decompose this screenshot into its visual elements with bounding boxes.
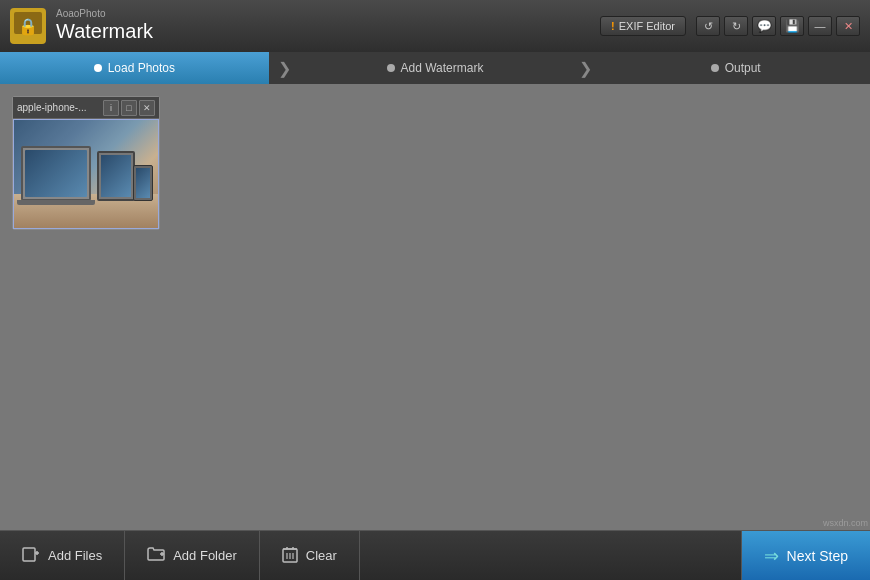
- next-step-label: Next Step: [787, 548, 848, 564]
- photo-thumbnail[interactable]: [13, 119, 159, 229]
- app-logo: [10, 8, 46, 44]
- minimize-button[interactable]: —: [808, 16, 832, 36]
- next-step-button[interactable]: ⇒ Next Step: [741, 531, 870, 580]
- app-title-group: AoaoPhoto Watermark: [56, 9, 153, 43]
- add-files-label: Add Files: [48, 548, 102, 563]
- title-bar-controls: ! EXIF Editor ↺ ↻ 💬 💾 — ✕: [600, 16, 860, 36]
- main-content: apple-iphone-... i □ ✕ wsxdn.com: [0, 84, 870, 530]
- photo-filename: apple-iphone-...: [17, 102, 99, 113]
- exif-editor-button[interactable]: ! EXIF Editor: [600, 16, 686, 36]
- photo-close-button[interactable]: ✕: [139, 100, 155, 116]
- step-load-label: Load Photos: [108, 61, 175, 75]
- redo-button[interactable]: ↻: [724, 16, 748, 36]
- exif-editor-label: EXIF Editor: [619, 20, 675, 32]
- add-folder-label: Add Folder: [173, 548, 237, 563]
- add-files-button[interactable]: Add Files: [0, 531, 125, 580]
- close-button[interactable]: ✕: [836, 16, 860, 36]
- title-bar: AoaoPhoto Watermark ! EXIF Editor ↺ ↻ 💬 …: [0, 0, 870, 52]
- clear-label: Clear: [306, 548, 337, 563]
- clear-button[interactable]: Clear: [260, 531, 360, 580]
- photo-thumbnail-border: [13, 119, 159, 229]
- app-subtitle: AoaoPhoto: [56, 9, 153, 19]
- step-add-watermark[interactable]: Add Watermark: [301, 52, 570, 84]
- step-bar: Load Photos ❯ Add Watermark ❯ Output: [0, 52, 870, 84]
- step-output[interactable]: Output: [601, 52, 870, 84]
- photo-item-header: apple-iphone-... i □ ✕: [13, 97, 159, 119]
- bottom-bar: Add Files Add Folder Clear ⇒: [0, 530, 870, 580]
- step-dot-load: [94, 64, 102, 72]
- photo-item: apple-iphone-... i □ ✕: [12, 96, 160, 230]
- add-folder-button[interactable]: Add Folder: [125, 531, 260, 580]
- step-arrow-2: ❯: [569, 52, 601, 84]
- clear-icon: [282, 545, 298, 567]
- photo-info-button[interactable]: i: [103, 100, 119, 116]
- step-arrow-1: ❯: [269, 52, 301, 84]
- watermark-text: wsxdn.com: [823, 518, 868, 528]
- step-watermark-label: Add Watermark: [401, 61, 484, 75]
- exif-warning-icon: !: [611, 20, 615, 32]
- photo-item-actions: i □ ✕: [103, 100, 155, 116]
- step-dot-watermark: [387, 64, 395, 72]
- save-button[interactable]: 💾: [780, 16, 804, 36]
- step-dot-output: [711, 64, 719, 72]
- svg-rect-0: [23, 548, 35, 561]
- app-title: Watermark: [56, 19, 153, 43]
- add-files-icon: [22, 545, 40, 567]
- photo-maximize-button[interactable]: □: [121, 100, 137, 116]
- comment-button[interactable]: 💬: [752, 16, 776, 36]
- step-output-label: Output: [725, 61, 761, 75]
- next-step-icon: ⇒: [764, 545, 779, 567]
- add-folder-icon: [147, 546, 165, 566]
- undo-button[interactable]: ↺: [696, 16, 720, 36]
- photo-grid: apple-iphone-... i □ ✕: [12, 96, 858, 230]
- step-load-photos[interactable]: Load Photos: [0, 52, 269, 84]
